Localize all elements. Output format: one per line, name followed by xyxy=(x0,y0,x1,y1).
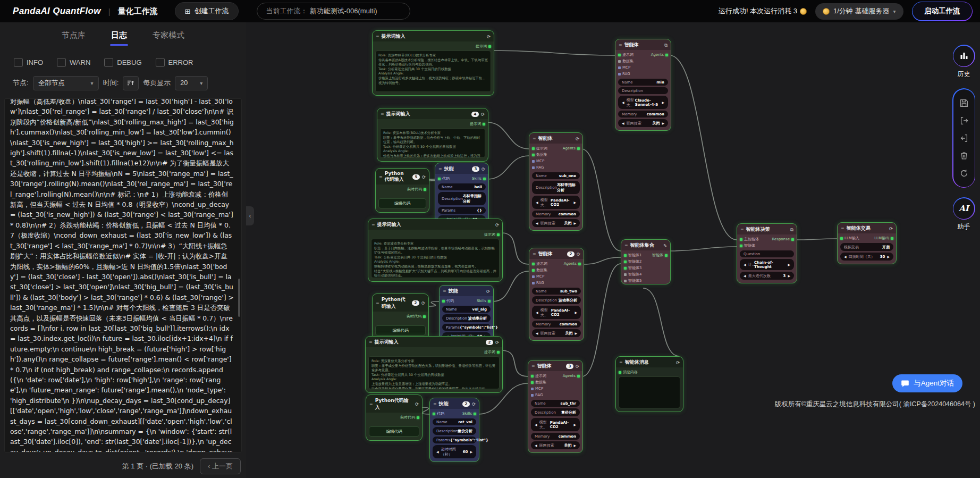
refresh-icon[interactable]: ⟳ xyxy=(577,252,580,256)
arrow-right-icon[interactable]: ▶ xyxy=(573,200,576,204)
refresh-icon[interactable]: ⟳ xyxy=(415,402,419,406)
checkbox-warn[interactable]: WARN xyxy=(57,58,90,67)
field-Description[interactable]: Description波动率分析 xyxy=(442,314,491,322)
log-viewer[interactable]: 对振幅（高低差/收盘）\nlast_30['range'] = last_30[… xyxy=(4,98,242,452)
input-port[interactable]: 提示词 xyxy=(531,373,546,379)
port-handle[interactable] xyxy=(740,245,742,247)
input-port[interactable]: 智能体3 xyxy=(624,265,641,271)
node-skill-retvol[interactable]: ≡技能2⟳代码SkillsNameret_volDescription量价分析P… xyxy=(429,398,479,462)
selector-最大迭代次数[interactable]: ◀最大迭代次数3▶ xyxy=(740,272,794,280)
copy-icon[interactable]: ⧉ xyxy=(790,228,793,232)
node-agent-message[interactable]: ≡智能体消息⟳消息内容 xyxy=(615,356,683,412)
port-handle[interactable] xyxy=(618,66,621,69)
input-port[interactable]: RAG xyxy=(532,165,544,170)
field-Description[interactable]: Description布林带指标分析 xyxy=(438,192,486,205)
input-port[interactable]: 智能体 xyxy=(740,243,755,248)
port-handle[interactable] xyxy=(497,233,500,236)
port-handle[interactable] xyxy=(532,166,535,169)
node-text-box[interactable]: Role: 资深布林带(BOLL)技术分析专家 你具备丰富的A股技术分析经验，擅… xyxy=(375,51,491,92)
output-port[interactable]: 提示词 xyxy=(484,349,500,355)
input-port[interactable]: 智能体1 xyxy=(624,253,641,258)
port-handle[interactable] xyxy=(442,300,445,303)
node-text-box[interactable]: Role: 资深量价关系分析专家 职责：基于成交量与价格变动的配合关系，识别量增… xyxy=(368,356,500,389)
field-Name[interactable]: Nameboll xyxy=(438,183,486,190)
port-handle[interactable] xyxy=(665,54,668,56)
arrow-left-icon[interactable]: ◀ xyxy=(536,311,538,314)
output-port[interactable]: LLM输出 xyxy=(874,236,893,241)
checkbox-error[interactable]: ERROR xyxy=(156,58,193,67)
node-text-box[interactable]: Role: 资深布林带(BOLL)技术分析专家 职责：基于布林带指标数据，结合价… xyxy=(380,128,485,158)
log-scrollbar[interactable] xyxy=(238,279,240,317)
port-handle[interactable] xyxy=(624,273,627,276)
port-handle[interactable] xyxy=(532,160,535,163)
port-handle[interactable] xyxy=(577,375,580,378)
input-port[interactable]: 提示词 xyxy=(532,146,547,151)
refresh-icon[interactable]: ⟳ xyxy=(481,112,485,116)
input-port[interactable]: RAG xyxy=(618,72,630,76)
node-header[interactable]: ≡智能体⧉ xyxy=(615,39,671,50)
port-handle[interactable] xyxy=(438,178,441,180)
node-agent-sub-one[interactable]: ≡智能体⟳提示词Agents数据集MCPRAGNamesub_oneDescri… xyxy=(529,132,583,231)
field-Description[interactable]: Description量价分析 xyxy=(531,408,580,416)
arrow-right-icon[interactable]: ▶ xyxy=(575,331,577,335)
refresh-icon[interactable]: ⟳ xyxy=(576,137,579,141)
edit-code-button[interactable]: 编辑代码 xyxy=(375,325,426,336)
input-port[interactable]: MCP xyxy=(532,274,544,279)
copy-icon[interactable]: ⧉ xyxy=(664,43,668,47)
node-filter-select[interactable]: 全部节点 ▾ xyxy=(33,76,99,90)
selector-联网搜索[interactable]: ◀联网搜索关闭▶ xyxy=(531,441,580,449)
input-port[interactable]: 代码 xyxy=(433,411,444,416)
port-handle[interactable] xyxy=(497,351,500,354)
port-handle[interactable] xyxy=(532,282,535,284)
port-handle[interactable] xyxy=(624,254,627,257)
node-text-box[interactable]: Role: 资深波动率分析专家 职责：基于日内振幅、涨跌幅与波动率指标，衡量市场… xyxy=(371,239,500,278)
port-handle[interactable] xyxy=(740,238,742,241)
node-prompt-4[interactable]: ≡提示词输入2⟳提示词Role: 资深量价关系分析专家 职责：基于成交量与价格变… xyxy=(365,336,503,393)
per-page-select[interactable]: 20 ▾ xyxy=(175,76,208,90)
node-header[interactable]: ≡智能体2⟳ xyxy=(529,248,584,259)
checkbox-debug[interactable]: DEBUG xyxy=(104,58,141,67)
edit-code-button[interactable]: 编辑代码 xyxy=(369,426,419,437)
prev-page-button[interactable]: ‹ 上一页 xyxy=(200,458,241,474)
input-port[interactable]: MCP xyxy=(531,387,543,391)
output-port[interactable]: 实时代码 xyxy=(407,314,426,319)
checkbox-icon[interactable] xyxy=(14,58,23,67)
tab-node-library[interactable]: 节点库 xyxy=(62,30,86,52)
port-handle[interactable] xyxy=(618,60,621,63)
arrow-left-icon[interactable]: ◀ xyxy=(744,274,746,278)
arrow-right-icon[interactable]: ▶ xyxy=(573,423,576,426)
node-header[interactable]: ≡智能体⟳ xyxy=(529,133,582,144)
arrow-right-icon[interactable]: ▶ xyxy=(788,263,790,266)
field-Question[interactable]: Question xyxy=(740,250,794,257)
refresh-icon[interactable]: ⟳ xyxy=(487,35,491,39)
arrow-right-icon[interactable]: ▶ xyxy=(573,221,576,225)
selector-计..[interactable]: ◀计..Chain-of-Thought▶ xyxy=(740,259,794,270)
field-Params[interactable]: Params{"symbols":"list"} xyxy=(442,324,491,331)
export-icon[interactable] xyxy=(959,115,969,126)
arrow-left-icon[interactable]: ◀ xyxy=(622,121,624,125)
import-icon[interactable] xyxy=(959,133,969,144)
node-header[interactable]: ≡提示词输入4⟳ xyxy=(377,108,488,119)
trash-icon[interactable] xyxy=(959,150,969,161)
port-handle[interactable] xyxy=(488,45,491,48)
panel-collapse-handle[interactable]: ‹ xyxy=(246,206,254,225)
refresh-icon[interactable]: ⟳ xyxy=(486,289,490,293)
input-port[interactable]: 代码 xyxy=(438,176,450,181)
field-Name[interactable]: Nameret_vol xyxy=(433,418,476,425)
port-handle[interactable] xyxy=(624,280,627,282)
input-port[interactable]: 代码 xyxy=(442,298,454,304)
port-handle[interactable] xyxy=(578,263,581,265)
port-handle[interactable] xyxy=(532,154,535,156)
agent-chat-button[interactable]: 与Agent对话 xyxy=(892,374,962,392)
input-port[interactable]: LLM输入 xyxy=(840,236,859,241)
node-agent-trade[interactable]: ≡智能体交易⟳LLM输入LLM输出模拟交易开启◀回测时间（天）30▶ xyxy=(837,222,897,264)
field-模拟交易[interactable]: 模拟交易开启 xyxy=(840,243,893,251)
port-handle[interactable] xyxy=(483,178,486,180)
arrow-right-icon[interactable]: ▶ xyxy=(573,443,576,447)
port-handle[interactable] xyxy=(474,413,476,415)
checkbox-icon[interactable] xyxy=(57,58,66,67)
port-handle[interactable] xyxy=(624,267,627,270)
checkbox-icon[interactable] xyxy=(156,58,165,67)
port-handle[interactable] xyxy=(577,147,580,150)
input-port[interactable]: 主智能体 xyxy=(740,237,759,242)
